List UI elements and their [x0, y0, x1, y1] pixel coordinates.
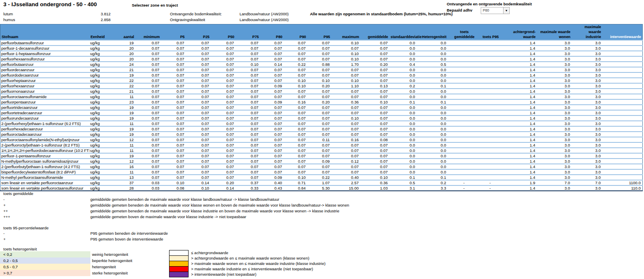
cell-p95[interactable]: 5.30 [307, 185, 332, 191]
cell-p75[interactable]: 0.07 [236, 99, 260, 105]
cell-p50[interactable]: 0.07 [211, 175, 236, 180]
cell-heterogeniteit[interactable]: 0.0 [417, 67, 448, 72]
cell-p80[interactable]: 0.07 [260, 159, 284, 164]
cell-p80[interactable]: 0.07 [260, 115, 284, 121]
cell-minimum[interactable]: 0.07 [136, 142, 161, 148]
cell-p95[interactable]: 0.07 [307, 142, 332, 148]
cell-aantal[interactable]: 23 [109, 99, 136, 105]
cell-aantal[interactable]: 20 [109, 56, 136, 62]
col-header-maximum[interactable]: maximum [332, 24, 361, 41]
cell-standaarddeviatie[interactable]: 0.4 [390, 62, 417, 67]
cell-interventiewaarde[interactable] [603, 40, 643, 46]
cell-p95[interactable]: 0.07 [307, 89, 332, 94]
cell-p95[interactable]: 0.07 [307, 51, 332, 56]
cell-p75[interactable]: 0.07 [236, 78, 260, 83]
cell-p95[interactable]: 0.07 [307, 46, 332, 51]
cell-p5[interactable]: 0.07 [161, 169, 186, 175]
cell-p75[interactable]: 0.07 [236, 164, 260, 169]
cell-stofnaam[interactable]: perfluorpentaanzuur [0, 99, 90, 105]
cell-p95[interactable]: 0.22 [307, 175, 332, 180]
cell-p50[interactable]: 0.07 [211, 89, 236, 94]
cell-p50[interactable]: 0.07 [211, 51, 236, 56]
cell-interventiewaarde[interactable] [603, 132, 643, 137]
cell-gemiddelde[interactable]: 0.07 [361, 159, 390, 164]
cell-p95[interactable]: 0.07 [307, 40, 332, 46]
cell-stofnaam[interactable]: bisperfluordecylwaterstoffosfaat (8:2 di… [0, 169, 90, 175]
cell-p75[interactable]: 0.07 [236, 105, 260, 110]
cell-p25[interactable]: 0.07 [186, 110, 211, 115]
cell-maximale-waarde-wonen[interactable]: 3.0 [537, 110, 572, 115]
cell-p75[interactable]: 0.07 [236, 153, 260, 159]
cell-p25[interactable]: 0.07 [186, 164, 211, 169]
cell-minimum[interactable]: 0.07 [136, 153, 161, 159]
cell-p25[interactable]: 0.07 [186, 148, 211, 153]
cell-p25[interactable]: 0.07 [186, 78, 211, 83]
cell-minimum[interactable]: 0.07 [136, 89, 161, 94]
cell-standaarddeviatie[interactable]: 0.0 [390, 121, 417, 126]
cell-interventiewaarde[interactable] [603, 72, 643, 78]
cell-eenheid[interactable]: ug/kg [90, 105, 109, 110]
cell-aantal[interactable]: 28 [109, 185, 136, 191]
cell-minimum[interactable]: 0.07 [136, 40, 161, 46]
cell-p80[interactable]: 0.09 [260, 175, 284, 180]
cell-p50[interactable]: 0.07 [211, 94, 236, 99]
cell-p50[interactable]: 0.07 [211, 72, 236, 78]
cell-maximum[interactable]: 0.10 [332, 56, 361, 62]
cell-toets-gemiddelde[interactable] [448, 164, 481, 169]
cell-eenheid[interactable]: ug/kg [90, 115, 109, 121]
cell-standaarddeviatie[interactable]: 0.0 [390, 126, 417, 132]
cell-p90[interactable]: 0.07 [284, 121, 307, 126]
cell-maximale-waarde-industrie[interactable]: 3.0 [572, 94, 603, 99]
cell-stofnaam[interactable]: perfluoroctadecaanzuur [0, 132, 90, 137]
cell-minimum[interactable]: 0.07 [136, 78, 161, 83]
cell-heterogeniteit[interactable]: 0.0 [417, 121, 448, 126]
col-header-standaarddeviatie[interactable]: standaarddeviatie [390, 24, 417, 41]
cell-p95[interactable]: 0.10 [307, 78, 332, 83]
cell-stofnaam[interactable]: perfluorheptaanzuur [0, 78, 90, 83]
cell-p5[interactable]: 0.07 [161, 89, 186, 94]
col-header-p75[interactable]: P75 [236, 24, 260, 41]
cell-toets-p95[interactable] [481, 105, 500, 110]
cell-eenheid[interactable]: ug/kg [90, 142, 109, 148]
cell-p25[interactable]: 0.07 [186, 94, 211, 99]
cell-p5[interactable]: 0.07 [161, 153, 186, 159]
cell-gemiddelde[interactable]: 0.07 [361, 115, 390, 121]
cell-achtergrondwaarde[interactable]: 1.4 [500, 40, 537, 46]
cell-maximale-waarde-industrie[interactable]: 3.0 [572, 153, 603, 159]
cell-eenheid[interactable]: ug/kg [90, 148, 109, 153]
cell-p5[interactable]: 0.07 [161, 175, 186, 180]
cell-gemiddelde[interactable]: 0.07 [361, 121, 390, 126]
col-header-maximale-waarde-industrie[interactable]: maximale waarde industrie [572, 24, 603, 41]
cell-p25[interactable]: 0.07 [186, 89, 211, 94]
cell-stofnaam[interactable]: perfluortetradecaanzuur [0, 110, 90, 115]
cell-interventiewaarde[interactable] [603, 46, 643, 51]
cell-gemiddelde[interactable]: 0.07 [361, 46, 390, 51]
cell-p95[interactable]: 0.88 [307, 62, 332, 67]
cell-interventiewaarde[interactable] [603, 148, 643, 153]
cell-maximale-waarde-industrie[interactable]: 3.0 [572, 148, 603, 153]
cell-stofnaam[interactable]: perfluorhexadecaanzuur [0, 126, 90, 132]
cell-heterogeniteit[interactable]: 0.0 [417, 110, 448, 115]
cell-heterogeniteit[interactable]: 0.0 [417, 169, 448, 175]
cell-maximum[interactable]: 2.57 [332, 180, 361, 185]
cell-eenheid[interactable]: ug/kg [90, 164, 109, 169]
cell-p5[interactable]: 0.07 [161, 99, 186, 105]
cell-maximale-waarde-industrie[interactable]: 3.0 [572, 40, 603, 46]
cell-toets-p95[interactable] [481, 121, 500, 126]
cell-p80[interactable]: 0.14 [260, 62, 284, 67]
cell-achtergrondwaarde[interactable]: 1.4 [500, 62, 537, 67]
cell-achtergrondwaarde[interactable]: 1.4 [500, 153, 537, 159]
cell-standaarddeviatie[interactable]: 0.2 [390, 83, 417, 89]
bepaald-adhv-dropdown[interactable]: P80 ▼ [481, 7, 510, 14]
cell-achtergrondwaarde[interactable]: 1.4 [500, 185, 537, 191]
cell-p75[interactable]: 0.37 [236, 180, 260, 185]
cell-achtergrondwaarde[interactable]: 1.4 [500, 51, 537, 56]
cell-p90[interactable]: 0.10 [284, 78, 307, 83]
cell-p50[interactable]: 0.07 [211, 67, 236, 72]
cell-achtergrondwaarde[interactable]: 1.4 [500, 132, 537, 137]
cell-aantal[interactable]: 20 [109, 46, 136, 51]
cell-toets-p95[interactable] [481, 169, 500, 175]
cell-standaarddeviatie[interactable]: 0.1 [390, 99, 417, 105]
cell-toets-p95[interactable] [481, 148, 500, 153]
cell-maximale-waarde-industrie[interactable]: 3.0 [572, 159, 603, 164]
